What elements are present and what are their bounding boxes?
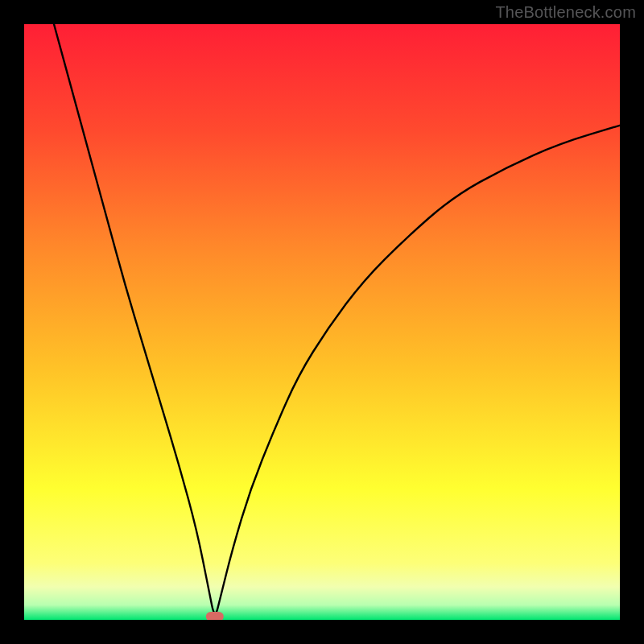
chart-frame: TheBottleneck.com <box>0 0 644 644</box>
watermark-text: TheBottleneck.com <box>495 3 636 22</box>
gradient-background <box>24 24 620 620</box>
bottleneck-chart <box>24 24 620 620</box>
plot-area <box>24 24 620 620</box>
optimal-marker <box>206 612 224 620</box>
